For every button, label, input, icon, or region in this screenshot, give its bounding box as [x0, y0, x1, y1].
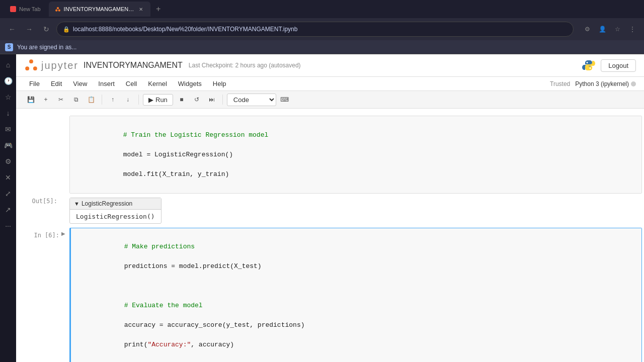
- tab-label-2: INVENTORYMANGAMENT...: [64, 6, 134, 12]
- widget-header-text: LogisticRegression: [82, 200, 132, 207]
- restart-run-button[interactable]: ⏭: [205, 93, 218, 106]
- python-logo-icon: [582, 58, 596, 72]
- output-widget-body: LogisticRegression(): [70, 210, 161, 223]
- menu-cell[interactable]: Cell: [121, 78, 142, 89]
- cell-train-container: # Train the Logistic Regression model mo…: [16, 116, 644, 194]
- browser-sidebar: ⌂ 🕐 ☆ ↓ ✉ 🎮 ⚙ ✕ ⤢ ↗ ···: [0, 54, 16, 362]
- cell-train-label: [16, 116, 61, 120]
- toolbar-divider-3: [222, 95, 223, 105]
- cell-train-body[interactable]: # Train the Logistic Regression model mo…: [69, 116, 642, 194]
- checkpoint-text: Last Checkpoint: 2 hours ago (autosaved): [189, 62, 301, 69]
- sidebar-games-icon[interactable]: 🎮: [2, 139, 15, 152]
- menu-help[interactable]: Help: [208, 78, 231, 89]
- new-tab-button[interactable]: +: [152, 3, 165, 15]
- output-widget-header: ▼ LogisticRegression: [70, 198, 161, 210]
- cell-out5-container: Out[5]: ▼ LogisticRegression LogisticReg…: [16, 196, 644, 226]
- address-bar-url: localhost:8888/notebooks/Desktop/New%20f…: [73, 26, 297, 33]
- tab-bar: New Tab INVENTORYMANGAMENT... ✕ +: [0, 0, 644, 18]
- jupyter-title-area: INVENTORYMANGAMENT Last Checkpoint: 2 ho…: [84, 61, 301, 70]
- move-down-button[interactable]: ↓: [121, 93, 134, 106]
- toolbar-divider-1: [102, 95, 102, 105]
- browser-controls: ← → ↻ 🔒 localhost:8888/notebooks/Desktop…: [0, 18, 644, 40]
- out5-label: Out[5]:: [16, 196, 61, 205]
- add-cell-button[interactable]: +: [39, 93, 52, 106]
- jupyter-logo-svg: [24, 58, 38, 72]
- svg-point-0: [56, 7, 58, 9]
- svg-point-3: [29, 59, 33, 63]
- browser-tab-1[interactable]: New Tab: [4, 2, 47, 17]
- jupyter-brand-text: jupyter: [41, 60, 78, 71]
- sidebar-download-icon[interactable]: ↓: [2, 107, 15, 120]
- svg-point-5: [33, 66, 37, 70]
- sidebar-history-icon[interactable]: 🕐: [2, 74, 15, 87]
- browser-action-buttons: ⚙ 👤 ☆ ⋮: [581, 23, 639, 36]
- notebook-name[interactable]: INVENTORYMANGAMENT: [84, 61, 183, 70]
- jupyter-menu-bar: File Edit View Insert Cell Kernel Widget…: [16, 77, 644, 91]
- extensions-button[interactable]: ⚙: [581, 23, 594, 36]
- sidebar-bookmark-icon[interactable]: ☆: [2, 90, 15, 104]
- kernel-indicator: Python 3 (ipykernel): [575, 80, 636, 87]
- run-button[interactable]: ▶ Run: [143, 94, 173, 106]
- cell-in6-label: In [6]:: [16, 228, 61, 239]
- sidebar-close-icon[interactable]: ✕: [2, 171, 15, 184]
- output-widget-logistic: ▼ LogisticRegression LogisticRegression(…: [69, 198, 162, 224]
- jupyter-logo-area: jupyter INVENTORYMANGAMENT Last Checkpoi…: [24, 58, 301, 72]
- tab-label-1: New Tab: [19, 6, 41, 12]
- svg-point-1: [55, 9, 57, 11]
- jupyter-logo: jupyter: [24, 58, 78, 72]
- keyboard-shortcuts-button[interactable]: ⌨: [278, 93, 291, 106]
- notification-icon: S: [5, 43, 13, 51]
- menu-kernel[interactable]: Kernel: [143, 78, 172, 89]
- jupyter-header: jupyter INVENTORYMANGAMENT Last Checkpoi…: [16, 54, 644, 77]
- cell-train-code: # Train the Logistic Regression model mo…: [70, 116, 641, 193]
- menu-widgets[interactable]: Widgets: [173, 78, 207, 89]
- menu-button[interactable]: ⋮: [626, 23, 639, 36]
- sidebar-settings-icon[interactable]: ⚙: [2, 155, 15, 168]
- sidebar-more-icon[interactable]: ···: [2, 219, 15, 232]
- out5-widget: ▼ LogisticRegression LogisticRegression(…: [69, 198, 162, 224]
- tab-close-button[interactable]: ✕: [137, 6, 144, 13]
- move-up-button[interactable]: ↑: [106, 93, 119, 106]
- browser-tab-2[interactable]: INVENTORYMANGAMENT... ✕: [49, 2, 150, 17]
- notebook-content: # Train the Logistic Regression model mo…: [16, 109, 644, 362]
- tab-favicon-1: [10, 6, 16, 12]
- menu-edit[interactable]: Edit: [46, 78, 67, 89]
- cell6-run-indicator[interactable]: ▶: [61, 228, 69, 236]
- sidebar-mail-icon[interactable]: ✉: [2, 123, 15, 136]
- bookmark-button[interactable]: ☆: [611, 23, 624, 36]
- main-layout: ⌂ 🕐 ☆ ↓ ✉ 🎮 ⚙ ✕ ⤢ ↗ ··· jupyter: [0, 54, 644, 362]
- reload-button[interactable]: ↻: [39, 22, 53, 36]
- address-bar[interactable]: 🔒 localhost:8888/notebooks/Desktop/New%2…: [56, 22, 574, 37]
- save-button[interactable]: 💾: [24, 93, 37, 106]
- header-right: Logout: [582, 58, 636, 72]
- sidebar-home-icon[interactable]: ⌂: [2, 58, 15, 71]
- run-icon: ▶: [148, 96, 153, 104]
- copy-button[interactable]: ⧉: [69, 93, 83, 106]
- logout-button[interactable]: Logout: [601, 59, 636, 72]
- trusted-indicator: Trusted: [546, 80, 574, 87]
- widget-expand-icon: ▼: [74, 201, 79, 207]
- paste-button[interactable]: 📋: [85, 93, 98, 106]
- cell-type-selector[interactable]: Code Markdown Raw: [227, 94, 276, 106]
- cut-button[interactable]: ✂: [54, 93, 67, 106]
- notification-bar: S You are signed in as...: [0, 40, 644, 54]
- menu-file[interactable]: File: [24, 78, 45, 89]
- toolbar-divider-2: [138, 95, 139, 105]
- restart-button[interactable]: ↺: [190, 93, 203, 106]
- cell-in6-body[interactable]: # Make predictions predictions = model.p…: [69, 228, 642, 363]
- back-button[interactable]: ←: [5, 22, 19, 36]
- jupyter-toolbar: 💾 + ✂ ⧉ 📋 ↑ ↓ ▶ Run ■ ↺ ⏭ Code Markdown …: [16, 91, 644, 109]
- kernel-status-circle: [631, 81, 636, 86]
- cell-in6-container: In [6]: ▶ # Make predictions predictions…: [16, 228, 644, 363]
- sidebar-expand-icon[interactable]: ⤢: [2, 187, 15, 200]
- forward-button[interactable]: →: [22, 22, 36, 36]
- jupyter-notebook: jupyter INVENTORYMANGAMENT Last Checkpoi…: [16, 54, 644, 362]
- run-label: Run: [155, 96, 168, 104]
- menu-view[interactable]: View: [68, 78, 92, 89]
- sidebar-share-icon[interactable]: ↗: [2, 203, 15, 216]
- svg-point-2: [58, 9, 60, 11]
- profile-button[interactable]: 👤: [596, 23, 609, 36]
- interrupt-button[interactable]: ■: [175, 93, 188, 106]
- menu-insert[interactable]: Insert: [93, 78, 120, 89]
- address-bar-lock-icon: 🔒: [63, 26, 70, 33]
